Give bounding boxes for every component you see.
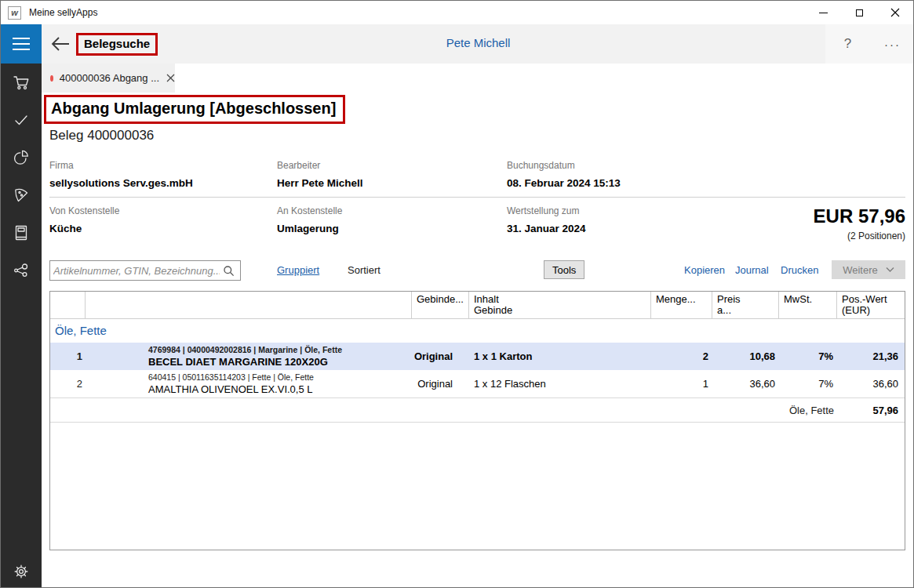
copy-button[interactable]: Kopieren [684, 264, 725, 276]
sidebar-item-settings[interactable] [1, 553, 42, 588]
sidebar [1, 24, 42, 588]
menu-icon [13, 38, 30, 39]
page-title: Abgang Umlagerung [Abgeschlossen] [51, 100, 336, 118]
cart-icon [12, 73, 31, 92]
cell-menge: 1 [651, 370, 712, 397]
cell-menge: 2 [651, 343, 712, 370]
document-fields: Firma sellysolutions Serv.ges.mbH Bearbe… [49, 160, 905, 246]
cell-mwst: 7% [779, 343, 837, 370]
cell-inhalt: 1 x 12 Flaschen [469, 370, 651, 397]
article-name: AMALTHIA OLIVENOEL EX.VI.0,5 L [148, 383, 409, 395]
maximize-icon [856, 9, 863, 16]
col-mwst[interactable]: MwSt. [779, 292, 837, 318]
cell-mwst: 7% [779, 370, 837, 397]
col-article [86, 292, 412, 318]
more-actions-dropdown[interactable]: Weitere [832, 260, 905, 279]
book-icon [12, 223, 31, 242]
document-total: EUR 57,96 (2 Positionen) [814, 205, 905, 241]
sidebar-item-food[interactable] [1, 176, 42, 214]
col-inhalt[interactable]: Inhalt Gebinde [469, 292, 651, 318]
sidebar-item-cart[interactable] [1, 64, 42, 101]
row-position: 2 [50, 370, 86, 397]
maximize-button[interactable] [841, 1, 877, 24]
journal-button[interactable]: Journal [735, 264, 769, 276]
field-label: Wertstellung zum [507, 205, 586, 216]
cell-inhalt: 1 x 1 Karton [469, 343, 651, 370]
annotation-box-title: Abgang Umlagerung [Abgeschlossen] [44, 95, 345, 124]
col-menge[interactable]: Menge... [651, 292, 712, 318]
ellipsis-icon: ··· [884, 38, 901, 51]
document-tab[interactable]: 400000036 Abgang ... [42, 64, 175, 93]
tab-strip: 400000036 Abgang ... [42, 64, 914, 93]
close-icon [166, 74, 175, 82]
sorted-toggle[interactable]: Sortiert [348, 264, 381, 276]
field-label: Von Kostenstelle [49, 205, 119, 216]
app-window: w Meine sellyApps [0, 0, 914, 588]
grouped-toggle[interactable]: Gruppiert [277, 264, 319, 276]
field-label: An Kostenstelle [277, 205, 342, 216]
fields-divider [49, 197, 905, 198]
group-subtotal-row: Öle, Fette 57,96 [50, 397, 905, 423]
search-box [49, 260, 241, 281]
field-value: Umlagerung [277, 223, 342, 234]
more-actions-label: Weitere [843, 264, 878, 276]
document-view: Abgang Umlagerung [Abgeschlossen] Beleg … [42, 93, 914, 588]
field-value: 08. Februar 2024 15:13 [507, 177, 621, 189]
field-value: 31. Januar 2024 [507, 223, 586, 234]
article-meta: 640415 | 05011635114203 | Fette | Öle, F… [148, 372, 409, 382]
minimize-button[interactable] [805, 1, 841, 24]
row-position: 1 [50, 343, 86, 370]
app-logo-icon: w [8, 6, 21, 20]
window-controls [805, 1, 913, 24]
close-button[interactable] [877, 1, 913, 24]
article-name: BECEL DIAET MARGARINE 120X20G [148, 356, 409, 368]
cell-gebinde: Original [412, 343, 469, 370]
search-icon [223, 265, 235, 277]
col-wert[interactable]: Pos.-Wert (EUR) [837, 292, 905, 318]
user-name[interactable]: Pete Michell [42, 36, 914, 49]
cell-wert: 21,36 [837, 343, 905, 370]
chevron-down-icon [886, 267, 894, 273]
field-label: Bearbeiter [277, 160, 363, 171]
check-icon [12, 111, 31, 129]
positions-toolbar: Gruppiert Sortiert Tools Kopieren Journa… [49, 260, 905, 282]
sidebar-item-journal[interactable] [1, 214, 42, 252]
field-value: sellysolutions Serv.ges.mbH [49, 177, 193, 189]
help-icon: ? [844, 36, 851, 52]
app-header: Belegsuche Pete Michell ? ··· [42, 24, 914, 64]
sidebar-item-share[interactable] [1, 252, 42, 289]
close-icon [890, 8, 900, 17]
more-options-button[interactable]: ··· [870, 24, 914, 64]
cell-wert: 36,60 [837, 370, 905, 397]
minimize-icon [819, 13, 828, 13]
subtotal-value: 57,96 [837, 398, 905, 422]
col-gebinde[interactable]: Gebinde... [412, 292, 469, 318]
tools-button[interactable]: Tools [544, 260, 584, 279]
positions-table: Gebinde... Inhalt Gebinde Menge... Preis… [49, 291, 905, 550]
window-titlebar: w Meine sellyApps [1, 1, 913, 24]
total-amount: EUR 57,96 [814, 205, 905, 227]
tab-label: 400000036 Abgang ... [60, 72, 159, 84]
tab-close-button[interactable] [166, 74, 175, 82]
gear-icon [12, 562, 31, 581]
table-row[interactable]: 2 640415 | 05011635114203 | Fette | Öle,… [50, 370, 905, 397]
help-button[interactable]: ? [825, 24, 870, 64]
field-label: Buchungsdatum [507, 160, 621, 171]
table-row[interactable]: 1 4769984 | 04000492002816 | Margarine |… [50, 343, 905, 370]
print-button[interactable]: Drucken [781, 264, 818, 276]
hamburger-button[interactable] [1, 24, 42, 64]
field-value: Küche [49, 223, 119, 234]
sidebar-item-tasks[interactable] [1, 101, 42, 139]
table-header-row: Gebinde... Inhalt Gebinde Menge... Preis… [50, 292, 905, 319]
pie-chart-icon [12, 148, 31, 167]
col-preis[interactable]: Preis a... [712, 292, 779, 318]
group-header: Öle, Fette [50, 319, 905, 343]
field-label: Firma [49, 160, 193, 171]
field-value: Herr Pete Michell [277, 177, 363, 189]
search-input[interactable] [50, 262, 223, 279]
cell-gebinde: Original [412, 370, 469, 397]
window-title: Meine sellyApps [29, 7, 97, 18]
sidebar-item-statistics[interactable] [1, 139, 42, 176]
article-meta: 4769984 | 04000492002816 | Margarine | Ö… [148, 345, 409, 354]
col-pos [50, 292, 86, 318]
